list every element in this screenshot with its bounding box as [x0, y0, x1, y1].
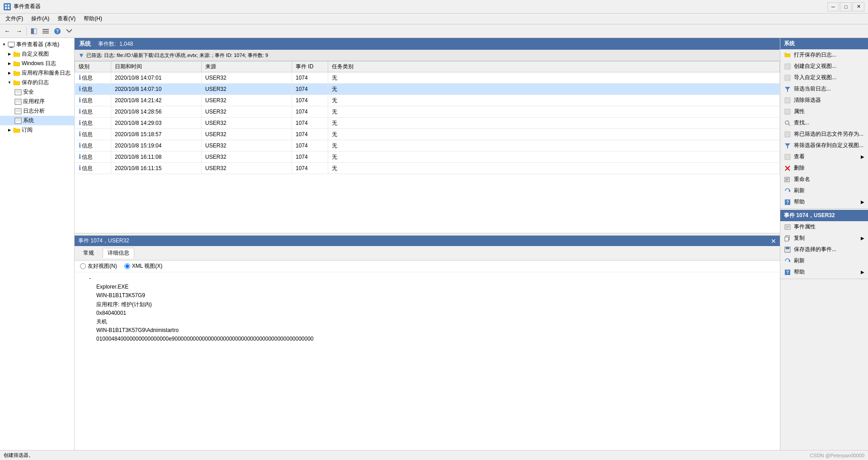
watermark: CSDN @Peterpan00000: [810, 453, 864, 458]
right-action-delete[interactable]: 删除: [780, 162, 868, 174]
svg-rect-58: [786, 250, 789, 252]
log-icon-app: [14, 98, 22, 105]
event-table-container[interactable]: 级别 日期和时间 来源 事件 ID 任务类别 ℹ信息 2020/10/8 14:…: [75, 61, 780, 233]
col-datetime[interactable]: 日期和时间: [111, 62, 202, 72]
svg-rect-1: [8, 5, 9, 6]
cell-level: ℹ信息: [75, 152, 111, 163]
cell-task: 无: [328, 106, 780, 118]
view-button[interactable]: [40, 26, 51, 37]
right-action-help2[interactable]: ? 帮助 ▶: [780, 266, 868, 278]
detail-header: 事件 1074，USER32 ✕: [75, 236, 780, 246]
close-button[interactable]: ✕: [853, 2, 864, 11]
right-action-save-event[interactable]: 保存选择的事件...: [780, 244, 868, 255]
cell-eventid: 1074: [292, 129, 328, 140]
table-row[interactable]: ℹ信息 2020/10/8 14:07:10 USER32 1074 无: [75, 84, 780, 95]
table-row[interactable]: ℹ信息 2020/10/8 14:21:42 USER32 1074 无: [75, 95, 780, 106]
svg-marker-39: [785, 143, 790, 148]
xml-line: 010004840000000000000000e900000000000000…: [82, 335, 773, 343]
menu-help[interactable]: 帮助(H): [80, 14, 106, 24]
sidebar-label-savedlogs: 保存的日志: [22, 79, 49, 86]
submenu-arrow: ▶: [861, 270, 864, 275]
sidebar-item-savedlogs[interactable]: ▼ 保存的日志: [0, 78, 74, 87]
right-action-label-clear-filter: 清除筛选器: [794, 96, 821, 104]
right-action-rename[interactable]: 重命名: [780, 174, 868, 185]
right-action-help[interactable]: ? 帮助 ▶: [780, 196, 868, 208]
cell-source: USER32: [202, 72, 292, 84]
event-table: 级别 日期和时间 来源 事件 ID 任务类别 ℹ信息 2020/10/8 14:…: [75, 61, 780, 174]
table-row[interactable]: ℹ信息 2020/10/8 14:07:01 USER32 1074 无: [75, 72, 780, 84]
back-button[interactable]: ←: [2, 26, 13, 37]
sidebar-item-system[interactable]: 系统: [0, 116, 74, 125]
svg-marker-33: [785, 87, 790, 92]
right-action-label-help2: 帮助: [794, 268, 805, 276]
table-row[interactable]: ℹ信息 2020/10/8 14:28:56 USER32 1074 无: [75, 106, 780, 118]
cell-eventid: 1074: [292, 95, 328, 106]
menu-file[interactable]: 文件(F): [2, 14, 27, 24]
info-icon: ℹ: [79, 142, 81, 149]
right-action-props[interactable]: 属性: [780, 106, 868, 117]
sidebar-item-application[interactable]: 应用程序: [0, 97, 74, 106]
col-source[interactable]: 来源: [202, 62, 292, 72]
sidebar-label-application: 应用程序: [23, 98, 45, 105]
filter-icon: ▼: [78, 52, 85, 59]
right-action-filter[interactable]: 筛选当前日志...: [780, 83, 868, 95]
right-action-find[interactable]: 查找...: [780, 117, 868, 128]
option-xml[interactable]: XML 视图(X): [124, 262, 163, 270]
right-action-refresh[interactable]: 刷新: [780, 185, 868, 196]
tab-detail[interactable]: 详细信息: [103, 248, 134, 258]
extra-button[interactable]: [64, 26, 75, 37]
help-icon: ?: [784, 199, 791, 206]
show-hide-button[interactable]: [28, 26, 39, 37]
forward-button[interactable]: →: [14, 26, 24, 37]
table-row[interactable]: ℹ信息 2020/10/8 16:11:08 USER32 1074 无: [75, 152, 780, 163]
right-action-clear-filter[interactable]: 清除筛选器: [780, 95, 868, 106]
cell-eventid: 1074: [292, 72, 328, 84]
col-eventid[interactable]: 事件 ID: [292, 62, 328, 72]
sidebar-item-eventvwr[interactable]: ▼ 事件查看器 (本地): [0, 40, 74, 49]
table-row[interactable]: ℹ信息 2020/10/8 14:29:03 USER32 1074 无: [75, 118, 780, 129]
detail-close-button[interactable]: ✕: [771, 237, 776, 245]
sidebar-item-windowslogs[interactable]: ▶ Windows 日志: [0, 59, 74, 68]
right-action-refresh2[interactable]: 刷新: [780, 255, 868, 266]
right-action-import-view[interactable]: 导入自定义视图...: [780, 72, 868, 83]
right-action-open[interactable]: 打开保存的日志...: [780, 49, 868, 61]
right-action-event-props[interactable]: 事件属性: [780, 221, 868, 232]
option-friendly[interactable]: 友好视图(N): [80, 262, 117, 270]
sidebar-item-loganalysis[interactable]: 日志分析: [0, 106, 74, 116]
tab-general[interactable]: 常规: [78, 248, 99, 258]
folder-icon-al: [13, 70, 20, 77]
sidebar-item-security[interactable]: 安全: [0, 87, 74, 97]
help-toolbar-button[interactable]: ?: [52, 26, 63, 37]
radio-xml[interactable]: [124, 263, 130, 269]
right-action-label-delete: 删除: [794, 164, 805, 172]
svg-rect-3: [8, 7, 9, 9]
radio-friendly[interactable]: [80, 263, 86, 269]
detail-content: - Explorer.EXEWIN-B1B1T3K57G9应用程序: 维护(计划…: [75, 272, 780, 450]
right-action-copy[interactable]: 复制 ▶: [780, 232, 868, 244]
menu-view[interactable]: 查看(V): [54, 14, 79, 24]
cell-task: 无: [328, 118, 780, 129]
right-action-save-as[interactable]: 将已筛选的日志文件另存为...: [780, 128, 868, 140]
title-text: 事件查看器: [14, 3, 41, 10]
table-row[interactable]: ℹ信息 2020/10/8 15:18:57 USER32 1074 无: [75, 129, 780, 140]
maximize-button[interactable]: □: [840, 2, 852, 11]
sidebar-item-subscribe[interactable]: ▶ 订阅: [0, 125, 74, 135]
minimize-button[interactable]: ─: [827, 2, 839, 11]
sidebar-item-customviews[interactable]: ▶ 自定义视图: [0, 49, 74, 59]
create-view-icon: [784, 63, 791, 70]
right-action-create-view[interactable]: 创建自定义视图...: [780, 61, 868, 72]
xml-line: WIN-B1B1T3K57G9: [82, 291, 773, 300]
col-level[interactable]: 级别: [75, 62, 111, 72]
svg-text:?: ?: [786, 270, 789, 275]
table-row[interactable]: ℹ信息 2020/10/8 15:19:04 USER32 1074 无: [75, 140, 780, 152]
table-row[interactable]: ℹ信息 2020/10/8 16:11:15 USER32 1074 无: [75, 163, 780, 174]
col-task[interactable]: 任务类别: [328, 62, 780, 72]
menu-action[interactable]: 操作(A): [28, 14, 53, 24]
sidebar-item-applogs[interactable]: ▶ 应用程序和服务日志: [0, 68, 74, 78]
status-text: 创建筛选器。: [4, 452, 33, 459]
right-action-view[interactable]: 查看 ▶: [780, 151, 868, 162]
cell-task: 无: [328, 129, 780, 140]
sidebar-label-system: 系统: [23, 117, 34, 124]
right-action-save-view[interactable]: 将筛选器保存到自定义视图...: [780, 140, 868, 151]
cell-level: ℹ信息: [75, 140, 111, 152]
